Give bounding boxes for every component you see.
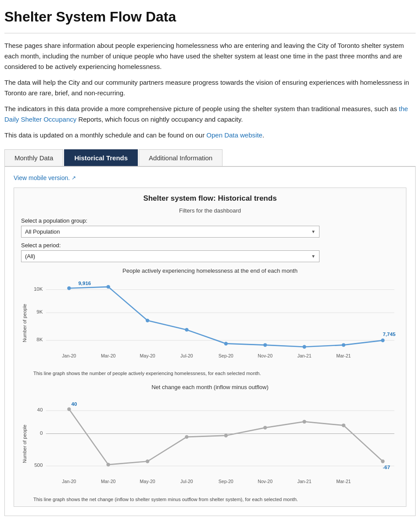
chart2-wrapper: Number of people 40 0 500 bbox=[21, 393, 399, 495]
svg-text:8K: 8K bbox=[36, 337, 43, 342]
chart1-caption: This line graph shows the number of peop… bbox=[33, 371, 399, 376]
svg-text:Sep-20: Sep-20 bbox=[219, 353, 233, 358]
intro-para-2: The data will help the City and our comm… bbox=[4, 77, 416, 98]
svg-point-14 bbox=[381, 339, 384, 342]
svg-text:Mar-20: Mar-20 bbox=[101, 353, 115, 358]
filters-label: Filters for the dashboard bbox=[21, 207, 399, 214]
svg-point-33 bbox=[107, 463, 110, 466]
period-filter-label: Select a period: bbox=[21, 242, 399, 249]
svg-text:Sep-20: Sep-20 bbox=[219, 479, 233, 484]
intro-para-4: This data is updated on a monthly schedu… bbox=[4, 130, 416, 141]
svg-text:Mar-21: Mar-21 bbox=[336, 479, 351, 484]
svg-point-35 bbox=[185, 435, 188, 439]
svg-point-13 bbox=[342, 343, 345, 347]
svg-text:Jan-20: Jan-20 bbox=[62, 479, 76, 484]
period-select-value: (All) bbox=[25, 253, 35, 260]
svg-point-10 bbox=[224, 342, 228, 345]
svg-text:Mar-21: Mar-21 bbox=[336, 353, 351, 358]
open-data-link[interactable]: Open Data website bbox=[206, 131, 262, 139]
svg-point-32 bbox=[67, 408, 71, 411]
svg-text:Jul-20: Jul-20 bbox=[180, 353, 193, 358]
chart2-svg: 40 0 500 bbox=[30, 393, 399, 495]
chart1-section: People actively experiencing homelessnes… bbox=[21, 267, 399, 376]
svg-text:500: 500 bbox=[34, 462, 43, 468]
svg-text:Mar-20: Mar-20 bbox=[101, 479, 115, 484]
svg-text:Nov-20: Nov-20 bbox=[258, 479, 273, 484]
tab-bar: Monthly Data Historical Trends Additiona… bbox=[4, 149, 416, 167]
svg-text:May-20: May-20 bbox=[140, 353, 155, 358]
population-filter-label: Select a population group: bbox=[21, 217, 399, 224]
svg-text:Jan-21: Jan-21 bbox=[297, 353, 311, 358]
svg-point-40 bbox=[381, 460, 384, 463]
page-title: Shelter System Flow Data bbox=[4, 9, 416, 25]
population-select[interactable]: All Population ▼ bbox=[21, 226, 319, 238]
svg-point-6 bbox=[67, 286, 71, 290]
svg-text:10K: 10K bbox=[34, 286, 43, 292]
svg-text:0: 0 bbox=[40, 430, 43, 436]
svg-text:Nov-20: Nov-20 bbox=[258, 353, 273, 358]
chart2-caption: This line graph shows the net change (in… bbox=[33, 497, 399, 502]
population-dropdown-arrow: ▼ bbox=[311, 229, 316, 234]
svg-text:May-20: May-20 bbox=[140, 479, 155, 484]
external-link-icon: ↗ bbox=[72, 175, 76, 181]
tab-additional-information[interactable]: Additional Information bbox=[139, 149, 223, 166]
chart1-inner: 10K 9K 8K bbox=[30, 277, 399, 369]
svg-point-38 bbox=[302, 420, 306, 423]
dashboard-panel: View mobile version. ↗ Shelter system fl… bbox=[4, 167, 416, 516]
svg-point-12 bbox=[302, 345, 306, 349]
chart1-y-axis-label: Number of people bbox=[21, 277, 30, 369]
view-mobile-link[interactable]: View mobile version. ↗ bbox=[14, 174, 76, 181]
intro-para-3: The indicators in this data provide a mo… bbox=[4, 104, 416, 125]
tab-monthly-data[interactable]: Monthly Data bbox=[4, 149, 63, 166]
svg-text:9,916: 9,916 bbox=[78, 281, 91, 286]
svg-text:40: 40 bbox=[72, 402, 77, 407]
svg-text:Jan-20: Jan-20 bbox=[62, 353, 76, 358]
chart-main-title: Shelter system flow: Historical trends bbox=[21, 194, 399, 203]
intro-section: These pages share information about peop… bbox=[4, 40, 416, 141]
svg-point-34 bbox=[146, 460, 149, 463]
period-filter: Select a period: (All) ▼ bbox=[21, 242, 399, 262]
chart1-label: People actively experiencing homelessnes… bbox=[21, 267, 399, 274]
chart1-wrapper: Number of people 10K 9K 8K bbox=[21, 277, 399, 369]
svg-text:7,745: 7,745 bbox=[383, 332, 395, 337]
chart2-label: Net change each month (inflow minus outf… bbox=[21, 384, 399, 390]
tab-historical-trends[interactable]: Historical Trends bbox=[64, 149, 138, 166]
title-divider bbox=[4, 33, 416, 33]
period-select[interactable]: (All) ▼ bbox=[21, 250, 319, 262]
chart-area: Shelter system flow: Historical trends F… bbox=[14, 188, 406, 507]
chart2-section: Net change each month (inflow minus outf… bbox=[21, 384, 399, 502]
intro-para-1: These pages share information about peop… bbox=[4, 40, 416, 72]
svg-point-7 bbox=[107, 285, 110, 289]
svg-point-36 bbox=[224, 434, 228, 437]
svg-text:9K: 9K bbox=[36, 309, 43, 314]
svg-point-9 bbox=[185, 328, 188, 332]
svg-text:Jul-20: Jul-20 bbox=[180, 479, 193, 484]
svg-text:Jan-21: Jan-21 bbox=[297, 479, 311, 484]
svg-point-11 bbox=[263, 343, 267, 347]
svg-point-39 bbox=[342, 424, 345, 427]
population-filter: Select a population group: All Populatio… bbox=[21, 217, 399, 238]
population-select-value: All Population bbox=[25, 228, 60, 235]
period-dropdown-arrow: ▼ bbox=[311, 254, 316, 259]
svg-point-37 bbox=[263, 426, 267, 430]
svg-text:40: 40 bbox=[37, 407, 43, 412]
chart2-y-axis-label: Number of people bbox=[21, 393, 30, 495]
chart1-svg: 10K 9K 8K bbox=[30, 277, 399, 369]
svg-point-8 bbox=[146, 319, 149, 322]
svg-text:-67: -67 bbox=[383, 465, 390, 470]
chart2-inner: 40 0 500 bbox=[30, 393, 399, 495]
